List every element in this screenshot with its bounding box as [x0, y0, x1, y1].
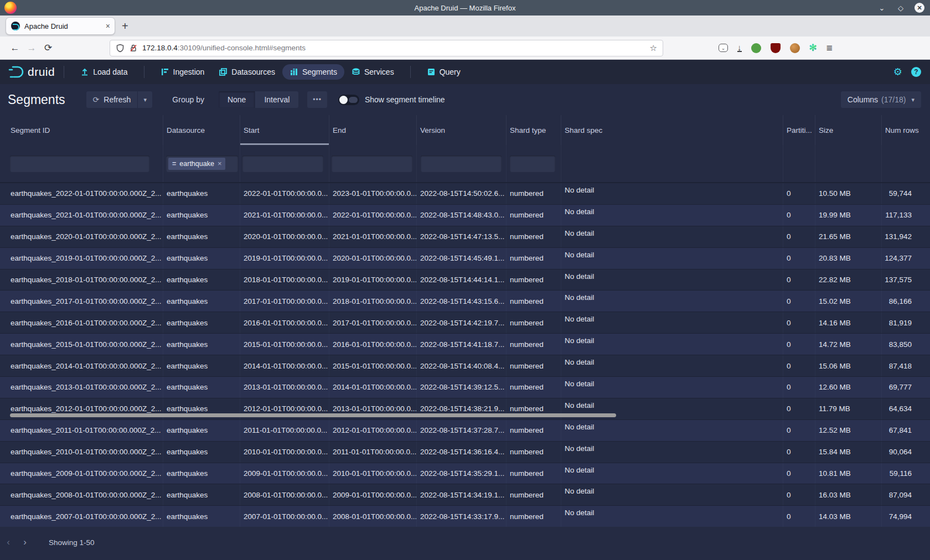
nav-item-load-data[interactable]: Load data — [73, 64, 135, 80]
reload-icon[interactable]: ⟳ — [40, 42, 56, 54]
table-row[interactable]: earthquakes_2020-01-01T00:00:00.000Z_2..… — [0, 226, 930, 247]
cell-size: 22.82 MB — [815, 269, 882, 291]
bookmark-star-icon[interactable]: ☆ — [650, 43, 657, 53]
cell-num-rows: 83,850 — [882, 334, 930, 355]
table-row[interactable]: earthquakes_2013-01-01T00:00:00.000Z_2..… — [0, 376, 930, 398]
group-by-interval-button[interactable]: Interval — [255, 91, 298, 108]
cell-size: 19.99 MB — [815, 205, 882, 226]
filter-segment-id-input[interactable] — [10, 155, 149, 172]
horizontal-scrollbar[interactable] — [10, 413, 616, 417]
url-path: :30109/unified-console.html#segments — [178, 44, 306, 52]
url-text[interactable]: 172.18.0.4:30109/unified-console.html#se… — [142, 44, 650, 52]
cell-end: 2014-01-01T00:00:00.0... — [329, 377, 417, 398]
window-maximize-icon[interactable]: ◇ — [896, 3, 906, 13]
filter-start-input[interactable] — [242, 155, 323, 172]
settings-gear-icon[interactable]: ⚙ — [893, 66, 902, 78]
window-close-icon[interactable]: ✕ — [914, 3, 924, 13]
shield-icon[interactable] — [116, 44, 125, 53]
cell-size: 20.83 MB — [815, 248, 882, 269]
cell-version: 2022-08-15T14:50:02.6... — [417, 183, 507, 204]
column-header-start[interactable]: Start — [240, 115, 329, 145]
column-header-partitions[interactable]: Partiti... — [783, 115, 815, 145]
url-bar[interactable]: 172.18.0.4:30109/unified-console.html#se… — [110, 40, 663, 56]
refresh-button[interactable]: ⟳ Refresh — [86, 95, 138, 104]
cell-size: 10.50 MB — [815, 183, 882, 204]
insecure-lock-icon[interactable] — [129, 44, 138, 53]
cell-partitions: 0 — [783, 377, 815, 398]
cell-start: 2013-01-01T00:00:00.0... — [240, 377, 329, 398]
download-icon[interactable]: ↓ — [737, 44, 742, 52]
table-row[interactable]: earthquakes_2014-01-01T00:00:00.000Z_2..… — [0, 355, 930, 376]
filter-version-input[interactable] — [421, 155, 502, 172]
table-row[interactable]: earthquakes_2022-01-01T00:00:00.000Z_2..… — [0, 183, 930, 204]
nav-item-segments[interactable]: Segments — [282, 64, 344, 80]
column-header-segment-id[interactable]: Segment ID — [0, 115, 163, 145]
columns-button[interactable]: Columns (17/18) ▾ — [841, 91, 921, 108]
filter-value: earthquake — [179, 160, 214, 168]
column-header-size[interactable]: Size — [815, 115, 882, 145]
cell-shard-type: numbered — [507, 205, 561, 226]
table-row[interactable]: earthquakes_2019-01-01T00:00:00.000Z_2..… — [0, 247, 930, 269]
segment-timeline-toggle[interactable] — [338, 95, 359, 105]
cell-size: 12.60 MB — [815, 377, 882, 398]
sparkle-extension-icon[interactable]: ✻ — [809, 42, 817, 54]
pocket-icon[interactable]: ⌄ — [719, 44, 728, 52]
nav-item-datasources[interactable]: Datasources — [211, 64, 282, 80]
divider — [144, 66, 144, 78]
table-row[interactable]: earthquakes_2011-01-01T00:00:00.000Z_2..… — [0, 419, 930, 441]
cell-version: 2022-08-15T14:43:15.6... — [417, 291, 507, 312]
column-header-shard-spec[interactable]: Shard spec — [561, 115, 783, 145]
group-by-none-button[interactable]: None — [219, 91, 255, 108]
nav-item-services[interactable]: Services — [344, 64, 401, 80]
refresh-caret-button[interactable]: ▾ — [138, 96, 152, 103]
more-options-button[interactable]: ••• — [307, 91, 327, 108]
table-row[interactable]: earthquakes_2007-01-01T00:00:00.000Z_2..… — [0, 505, 930, 527]
table-row[interactable]: earthquakes_2009-01-01T00:00:00.000Z_2..… — [0, 463, 930, 484]
column-header-num-rows[interactable]: Num rows — [882, 115, 930, 145]
nav-item-query[interactable]: Query — [420, 64, 468, 80]
filter-row: = earthquake × — [0, 145, 930, 183]
browser-tab[interactable]: Apache Druid × — [6, 17, 115, 35]
cell-partitions: 0 — [783, 183, 815, 204]
table-row[interactable]: earthquakes_2010-01-01T00:00:00.000Z_2..… — [0, 441, 930, 463]
table-row[interactable]: earthquakes_2015-01-01T00:00:00.000Z_2..… — [0, 333, 930, 355]
column-header-shard-type[interactable]: Shard type — [507, 115, 561, 145]
menu-hamburger-icon[interactable]: ≡ — [826, 42, 833, 54]
cell-num-rows: 67,841 — [882, 420, 930, 441]
forward-icon[interactable]: → — [23, 43, 40, 54]
cell-datasource: earthquakes — [163, 377, 240, 398]
new-tab-button[interactable]: + — [122, 20, 128, 33]
remove-filter-icon[interactable]: × — [218, 159, 222, 168]
cell-id: earthquakes_2021-01-01T00:00:00.000Z_2..… — [0, 205, 163, 226]
column-header-datasource[interactable]: Datasource — [163, 115, 240, 145]
cell-shard-type: numbered — [507, 420, 561, 441]
filter-end-input[interactable] — [332, 155, 412, 172]
back-icon[interactable]: ← — [7, 43, 23, 54]
table-row[interactable]: earthquakes_2016-01-01T00:00:00.000Z_2..… — [0, 312, 930, 333]
ublock-icon[interactable] — [771, 43, 781, 53]
table-row[interactable]: earthquakes_2018-01-01T00:00:00.000Z_2..… — [0, 269, 930, 291]
table-row[interactable]: earthquakes_2021-01-01T00:00:00.000Z_2..… — [0, 204, 930, 226]
help-icon[interactable]: ? — [911, 67, 921, 77]
filter-datasource-input[interactable]: = earthquake × — [166, 155, 238, 172]
filter-shard-type-input[interactable] — [510, 155, 555, 172]
cookie-extension-icon[interactable] — [790, 43, 800, 53]
window-minimize-icon[interactable]: ⌄ — [877, 3, 887, 13]
table-body: earthquakes_2022-01-01T00:00:00.000Z_2..… — [0, 183, 930, 527]
next-page-icon[interactable]: › — [17, 537, 33, 548]
cell-id: earthquakes_2019-01-01T00:00:00.000Z_2..… — [0, 248, 163, 269]
column-header-version[interactable]: Version — [417, 115, 507, 145]
table-row[interactable]: earthquakes_2017-01-01T00:00:00.000Z_2..… — [0, 290, 930, 312]
nav-item-ingestion[interactable]: Ingestion — [153, 64, 212, 80]
cell-size: 14.72 MB — [815, 334, 882, 355]
privacy-badger-icon[interactable] — [751, 43, 761, 53]
column-header-end[interactable]: End — [329, 115, 417, 145]
cell-datasource: earthquakes — [163, 205, 240, 226]
tab-close-icon[interactable]: × — [106, 22, 110, 30]
cell-shard-type: numbered — [507, 484, 561, 505]
table-row[interactable]: earthquakes_2008-01-01T00:00:00.000Z_2..… — [0, 484, 930, 505]
previous-page-icon[interactable]: ‹ — [0, 537, 17, 548]
cell-shard-type: numbered — [507, 355, 561, 376]
cell-num-rows: 87,418 — [882, 355, 930, 376]
cell-num-rows: 86,166 — [882, 291, 930, 312]
